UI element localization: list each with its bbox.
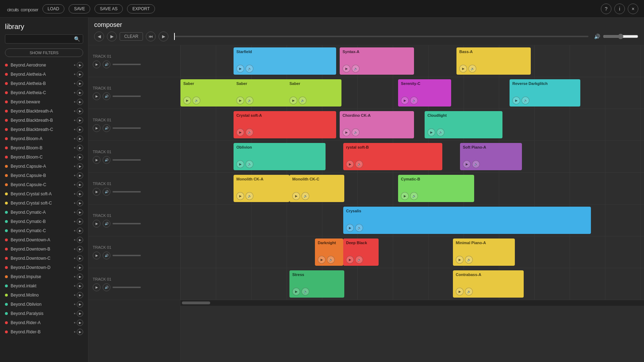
search-input[interactable] bbox=[8, 36, 74, 41]
clip[interactable]: Deep Black ▶ 🔊 bbox=[343, 239, 379, 266]
lib-play-button[interactable]: ▶ bbox=[77, 62, 83, 68]
clip[interactable]: Minimal Piano-A ▶ 🔊 bbox=[453, 239, 515, 266]
lib-menu-dot[interactable] bbox=[74, 276, 75, 277]
clip[interactable]: Cymatic-B ▶ 🔊 bbox=[398, 175, 474, 202]
lib-menu-dot[interactable] bbox=[74, 129, 75, 130]
track-volume-button[interactable]: 🔊 bbox=[103, 124, 110, 132]
help-button[interactable]: ? bbox=[601, 4, 611, 14]
forward-button[interactable]: ▶ bbox=[107, 31, 117, 41]
lib-play-button[interactable]: ▶ bbox=[77, 283, 83, 289]
track-play-button[interactable]: ▶ bbox=[93, 283, 100, 291]
library-item[interactable]: Beyond.Downtown-C ▶ bbox=[0, 254, 88, 263]
clip-play-button[interactable]: ▶ bbox=[318, 256, 326, 264]
lib-menu-dot[interactable] bbox=[74, 248, 75, 250]
clip-play-button[interactable]: ▶ bbox=[343, 128, 350, 136]
clip[interactable]: Cloudlight ▶ 🔊 bbox=[425, 111, 502, 138]
clip-play-button[interactable]: ▶ bbox=[512, 97, 520, 104]
clip-play-button[interactable]: ▶ bbox=[463, 160, 471, 168]
clip[interactable]: Syntax-A ▶ 🔊 bbox=[340, 47, 414, 75]
save-as-button[interactable]: SAVE AS bbox=[94, 4, 123, 13]
lib-menu-dot[interactable] bbox=[74, 101, 75, 103]
lib-menu-dot[interactable] bbox=[74, 83, 75, 84]
track-play-button[interactable]: ▶ bbox=[93, 188, 100, 196]
library-item[interactable]: Beyond.Aerodrone ▶ bbox=[0, 61, 88, 70]
lib-menu-dot[interactable] bbox=[74, 64, 75, 66]
library-item[interactable]: Beyond.Blackbreath-B ▶ bbox=[0, 116, 88, 125]
lib-play-button[interactable]: ▶ bbox=[77, 310, 83, 317]
lib-menu-dot[interactable] bbox=[74, 166, 75, 167]
lib-menu-dot[interactable] bbox=[74, 322, 75, 323]
track-volume-button[interactable]: 🔊 bbox=[103, 156, 110, 164]
lib-play-button[interactable]: ▶ bbox=[77, 274, 83, 280]
lib-play-button[interactable]: ▶ bbox=[77, 292, 83, 298]
track-fader[interactable] bbox=[113, 159, 141, 161]
lib-play-button[interactable]: ▶ bbox=[77, 228, 83, 234]
lib-menu-dot[interactable] bbox=[74, 147, 75, 149]
clip[interactable]: rystal soft-B ▶ 🔊 bbox=[343, 143, 442, 170]
track-fader[interactable] bbox=[113, 255, 141, 256]
track-volume-button[interactable]: 🔊 bbox=[103, 220, 110, 228]
lib-play-button[interactable]: ▶ bbox=[77, 172, 83, 179]
clip-play-button[interactable]: ▶ bbox=[456, 256, 464, 264]
lib-play-button[interactable]: ▶ bbox=[77, 182, 83, 188]
grid-area[interactable]: Starfield ▶ 🔊 Syntax-A ▶ 🔊 Bass-A ▶ 🔊 Sa… bbox=[180, 45, 644, 362]
library-item[interactable]: Beyond.Paralysis ▶ bbox=[0, 309, 88, 318]
track-play-button[interactable]: ▶ bbox=[93, 220, 100, 228]
lib-play-button[interactable]: ▶ bbox=[77, 255, 83, 262]
clip-play-button[interactable]: ▶ bbox=[346, 256, 354, 264]
library-item[interactable]: Beyond.Crystal soft-A ▶ bbox=[0, 189, 88, 199]
library-item[interactable]: Beyond.Bloom-B ▶ bbox=[0, 143, 88, 153]
clip-volume-button[interactable]: 🔊 bbox=[301, 288, 309, 295]
clip[interactable]: Soft Piano-A ▶ 🔊 bbox=[460, 143, 522, 170]
lib-play-button[interactable]: ▶ bbox=[77, 108, 83, 114]
track-volume-button[interactable]: 🔊 bbox=[103, 61, 110, 68]
play-button[interactable]: ▶ bbox=[159, 31, 168, 41]
clip[interactable]: Oblivion ▶ 🔊 bbox=[234, 143, 326, 170]
clip-volume-button[interactable]: 🔊 bbox=[246, 97, 253, 104]
clip-play-button[interactable]: ▶ bbox=[236, 128, 244, 136]
library-item[interactable]: Beyond.Bloom-A ▶ bbox=[0, 134, 88, 143]
library-item[interactable]: Beyond.Oblivion ▶ bbox=[0, 300, 88, 309]
clip-volume-button[interactable]: 🔊 bbox=[246, 128, 253, 136]
library-item[interactable]: Beyond.Capsule-B ▶ bbox=[0, 171, 88, 180]
lib-menu-dot[interactable] bbox=[74, 156, 75, 158]
clip-volume-button[interactable]: 🔊 bbox=[468, 65, 476, 73]
clip-play-button[interactable]: ▶ bbox=[292, 288, 300, 295]
clip[interactable]: Serenity-C ▶ 🔊 bbox=[398, 79, 451, 107]
library-item[interactable]: Beyond.Aletheia-B ▶ bbox=[0, 79, 88, 88]
library-item[interactable]: Beyond.Crystal soft-C ▶ bbox=[0, 199, 88, 208]
clip-volume-button[interactable]: 🔊 bbox=[352, 65, 360, 73]
clip-volume-button[interactable]: 🔊 bbox=[355, 256, 363, 264]
clip-play-button[interactable]: ▶ bbox=[401, 192, 409, 200]
clip-volume-button[interactable]: 🔊 bbox=[410, 192, 418, 200]
save-button[interactable]: SAVE bbox=[69, 4, 90, 13]
clip-volume-button[interactable]: 🔊 bbox=[465, 256, 473, 264]
clip-volume-button[interactable]: 🔊 bbox=[355, 160, 363, 168]
lib-menu-dot[interactable] bbox=[74, 285, 75, 287]
lib-menu-dot[interactable] bbox=[74, 267, 75, 268]
clip-play-button[interactable]: ▶ bbox=[236, 65, 244, 73]
track-play-button[interactable]: ▶ bbox=[93, 61, 100, 68]
clip[interactable]: Saber ▶ 🔊 bbox=[287, 79, 341, 107]
library-item[interactable]: Beyond.intakt ▶ bbox=[0, 281, 88, 291]
volume-slider[interactable] bbox=[603, 34, 638, 39]
clip-play-button[interactable]: ▶ bbox=[183, 97, 191, 104]
clear-button[interactable]: CLEAR bbox=[120, 32, 143, 41]
close-button[interactable]: × bbox=[628, 4, 638, 14]
clip[interactable]: Contrabass-A ▶ 🔊 bbox=[453, 270, 524, 298]
library-item[interactable]: Beyond.Downtown-B ▶ bbox=[0, 245, 88, 254]
lib-play-button[interactable]: ▶ bbox=[77, 145, 83, 151]
lib-menu-dot[interactable] bbox=[74, 74, 75, 75]
library-item[interactable]: Beyond.Rider-B ▶ bbox=[0, 327, 88, 337]
lib-menu-dot[interactable] bbox=[74, 175, 75, 176]
clip-volume-button[interactable]: 🔊 bbox=[437, 128, 444, 136]
library-item[interactable]: Beyond.Impulse ▶ bbox=[0, 272, 88, 281]
lib-play-button[interactable]: ▶ bbox=[77, 218, 83, 225]
lib-play-button[interactable]: ▶ bbox=[77, 136, 83, 142]
timeline-bar[interactable] bbox=[174, 36, 588, 37]
lib-menu-dot[interactable] bbox=[74, 92, 75, 93]
lib-play-button[interactable]: ▶ bbox=[77, 191, 83, 197]
sidebar-search-box[interactable]: 🔍 bbox=[5, 34, 83, 44]
clip[interactable]: Monolith CK-A ▶ 🔊 bbox=[234, 175, 289, 202]
clip-volume-button[interactable]: 🔊 bbox=[465, 288, 473, 295]
